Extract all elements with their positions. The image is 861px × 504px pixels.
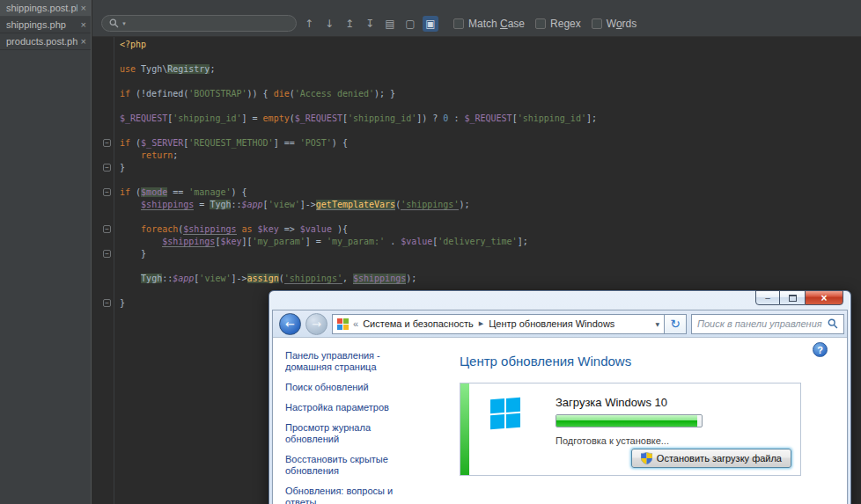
code-line[interactable]: $_REQUEST['shipping_id'] = empty($_REQUE… (120, 113, 861, 125)
last-occurrence-icon[interactable]: ↧ (362, 16, 378, 32)
highlight-all-toggle-icon[interactable]: ▣ (423, 16, 438, 32)
search-icon (828, 318, 838, 329)
file-tab[interactable]: shippings.post.php× (0, 0, 91, 17)
maximize-icon (789, 295, 797, 302)
address-bar[interactable]: « Система и безопасность▶Центр обновлени… (332, 314, 665, 334)
next-occurrence-icon[interactable]: ↓ (321, 16, 337, 32)
minimize-button[interactable]: – (755, 290, 780, 305)
code-line[interactable]: if ($mode == 'manage') { (120, 186, 861, 199)
code-line[interactable] (120, 100, 861, 113)
gutter-cell: − (92, 162, 114, 174)
question-icon: ? (817, 345, 823, 355)
page-title: Центр обновления Windows (460, 354, 847, 369)
task-link[interactable]: Настройка параметров (285, 402, 424, 413)
code-line[interactable]: } (120, 162, 861, 174)
task-link[interactable]: Просмотр журнала обновлений (285, 422, 424, 445)
search-history-caret-icon[interactable]: ▼ (121, 21, 127, 26)
search-options: Match CaseRegexWords (443, 18, 637, 30)
code-line[interactable]: return; (120, 150, 861, 162)
fold-marker-icon[interactable]: − (103, 299, 111, 307)
gutter-cell (92, 113, 114, 125)
download-status: Подготовка к установке... (556, 435, 790, 446)
back-arrow-icon: ← (285, 318, 295, 331)
breadcrumb-item[interactable]: Центр обновления Windows (489, 318, 614, 329)
fold-marker-icon[interactable]: − (103, 225, 111, 233)
code-line[interactable]: $shippings[$key]['my_param'] = 'my_param… (120, 236, 861, 248)
windows-logo-icon (490, 398, 520, 429)
task-link[interactable]: Поиск обновлений (285, 382, 424, 393)
breadcrumb-items: Система и безопасность▶Центр обновления … (363, 318, 614, 329)
code-line[interactable] (120, 174, 861, 186)
code-line[interactable]: $shippings = Tygh::$app['view']->getTemp… (120, 199, 861, 211)
gutter-cell (92, 51, 114, 63)
search-input[interactable] (129, 18, 289, 29)
file-tab-label: products.post.php (6, 36, 77, 47)
breadcrumb-separator-icon: ▶ (479, 320, 483, 327)
navigation-bar: ← → « Система и безопасность▶Центр обнов… (273, 310, 847, 338)
code-line[interactable]: Tygh::$app['view']->assign('shippings', … (120, 273, 861, 285)
search-option-regex[interactable]: Regex (535, 18, 581, 30)
control-panel-search[interactable] (691, 314, 844, 334)
code-line[interactable] (120, 211, 861, 223)
find-in-file-icon[interactable]: ▢ (402, 16, 418, 32)
file-tab-label: shippings.post.php (6, 3, 77, 13)
code-line[interactable]: if (!defined('BOOTSTRAP')) { die('Access… (120, 88, 861, 100)
gutter-cell (92, 100, 114, 113)
window-titlebar[interactable]: – × (272, 291, 848, 310)
code-line[interactable] (120, 125, 861, 137)
select-all-occurrences-icon[interactable]: ▤ (382, 16, 398, 32)
code-line[interactable] (120, 260, 861, 273)
previous-occurrence-icon[interactable]: ↑ (301, 16, 317, 32)
code-line[interactable]: <?php (120, 39, 861, 51)
control-panel-search-input[interactable] (697, 318, 822, 329)
forward-button[interactable]: → (305, 313, 327, 335)
help-button[interactable]: ? (813, 342, 828, 357)
address-dropdown-icon[interactable]: ▼ (655, 321, 659, 327)
checkbox-icon[interactable] (453, 18, 464, 29)
gutter-cell (92, 88, 114, 100)
gutter-cell (92, 236, 114, 248)
code-line[interactable] (120, 76, 861, 88)
task-link[interactable]: Обновления: вопросы и ответы (285, 486, 424, 504)
close-button[interactable]: × (805, 290, 843, 305)
gutter-cell (92, 273, 114, 285)
refresh-button[interactable]: ↻ (665, 314, 687, 334)
close-icon[interactable]: × (81, 20, 86, 30)
fold-marker-icon[interactable]: − (103, 250, 111, 258)
fold-marker-icon[interactable]: − (103, 164, 111, 172)
status-accent-bar (460, 383, 469, 475)
back-button[interactable]: ← (279, 313, 301, 335)
close-icon[interactable]: × (81, 4, 86, 13)
search-field[interactable]: ▼ (101, 15, 297, 32)
breadcrumb-item[interactable]: Система и безопасность (363, 318, 474, 329)
caption-buttons: – × (755, 290, 843, 305)
screen: shippings.post.php×shippings.php×product… (0, 0, 861, 504)
search-option-words[interactable]: Words (592, 18, 637, 30)
maximize-button[interactable] (780, 290, 805, 305)
control-panel-icon (337, 318, 349, 330)
window-content: Панель управления - домашняя страницаПои… (273, 338, 847, 504)
code-line[interactable]: if ($_SERVER['REQUEST_METHOD'] == 'POST'… (120, 137, 861, 150)
checkbox-icon[interactable] (592, 18, 602, 29)
first-occurrence-icon[interactable]: ↥ (342, 16, 357, 32)
fold-marker-icon[interactable]: − (103, 188, 111, 196)
file-tab[interactable]: products.post.php× (0, 33, 91, 50)
close-icon[interactable]: × (81, 37, 86, 47)
code-line[interactable]: } (120, 248, 861, 260)
gutter-cell (92, 76, 114, 88)
stop-download-button[interactable]: Остановить загрузку файла (631, 449, 791, 468)
search-option-label: Match Case (468, 18, 525, 30)
breadcrumb-overflow-chevron[interactable]: « (353, 318, 358, 329)
fold-marker-icon[interactable]: − (103, 139, 111, 147)
download-progress-bar (556, 414, 703, 427)
forward-arrow-icon: → (312, 318, 321, 331)
checkbox-icon[interactable] (535, 18, 546, 29)
file-tab[interactable]: shippings.php× (0, 17, 91, 33)
task-link[interactable]: Восстановить скрытые обновления (285, 454, 424, 477)
search-option-match-case[interactable]: Match Case (453, 18, 525, 30)
gutter-cell: − (92, 248, 114, 260)
code-line[interactable] (120, 51, 861, 63)
code-line[interactable]: use Tygh\Registry; (120, 63, 861, 76)
task-link[interactable]: Панель управления - домашняя страница (285, 350, 424, 373)
code-line[interactable]: foreach($shippings as $key => $value ){ (120, 223, 861, 236)
